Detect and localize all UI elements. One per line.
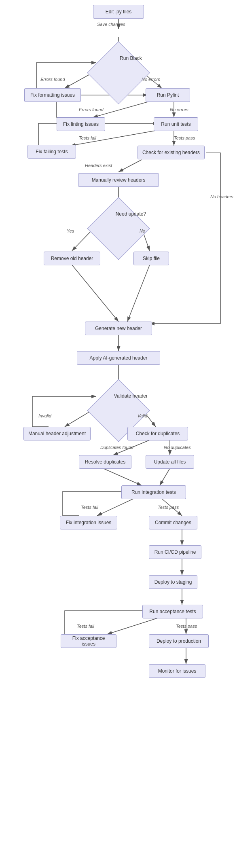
need-update-diamond: Need update? [94, 204, 143, 253]
resolve-duplicates-node: Resolve duplicates [79, 455, 131, 469]
deploy-production-node: Deploy to production [149, 634, 209, 648]
duplicates-found-label: Duplicates found [100, 445, 133, 450]
no-errors-2-label: No errors [170, 107, 188, 112]
fix-formatting-node: Fix formatting issues [24, 88, 81, 102]
update-all-node: Update all files [146, 455, 194, 469]
flowchart: Edit .py files Save changes Run Black Er… [0, 0, 237, 868]
run-integration-node: Run integration tests [121, 485, 186, 499]
valid-label: Valid [138, 413, 147, 418]
save-changes-label: Save changes [97, 22, 125, 27]
remove-old-node: Remove old header [44, 252, 100, 265]
errors-found-1-label: Errors found [40, 77, 65, 82]
svg-line-22 [160, 468, 170, 485]
tests-pass-1-label: Tests pass [174, 135, 195, 140]
check-duplicates-node: Check for duplicates [127, 427, 188, 440]
svg-line-13 [72, 265, 118, 322]
generate-new-node: Generate new header [85, 322, 152, 335]
svg-line-28 [107, 618, 158, 634]
fix-integration-node: Fix integration issues [60, 516, 117, 529]
run-pylint-node: Run Pylint [146, 88, 190, 102]
manually-review-node: Manually review headers [78, 173, 159, 187]
run-acceptance-node: Run acceptance tests [142, 605, 203, 618]
svg-line-23 [97, 499, 133, 516]
tests-fail-1-label: Tests fail [79, 135, 96, 140]
errors-found-2-label: Errors found [79, 107, 104, 112]
svg-line-14 [127, 265, 150, 322]
tests-pass-3-label: Tests pass [176, 624, 197, 629]
commit-changes-node: Commit changes [149, 516, 197, 529]
no-errors-1-label: No errors [142, 77, 160, 82]
tests-fail-3-label: Tests fail [77, 624, 94, 629]
svg-line-21 [103, 468, 142, 485]
tests-fail-2-label: Tests fail [81, 505, 98, 510]
headers-exist-label: Headers exist [85, 163, 112, 168]
run-cicd-node: Run CI/CD pipeline [149, 545, 201, 559]
svg-line-9 [118, 160, 142, 172]
skip-file-node: Skip file [133, 252, 169, 265]
no-duplicates-label: No duplicates [164, 445, 191, 450]
check-headers-node: Check for existing headers [138, 146, 205, 159]
run-black-diamond: Run Black [94, 49, 143, 97]
edit-py-node: Edit .py files [93, 5, 144, 19]
no-headers-label: No headers [210, 194, 233, 199]
monitor-issues-node: Monitor for issues [149, 664, 205, 678]
fix-linting-node: Fix linting issues [57, 117, 105, 131]
deploy-staging-node: Deploy to staging [149, 575, 197, 589]
fix-failing-node: Fix failing tests [28, 145, 76, 159]
invalid-label: Invalid [38, 413, 51, 418]
no-label: No [140, 229, 145, 233]
yes-label: Yes [67, 229, 74, 233]
apply-ai-node: Apply AI-generated header [77, 351, 160, 365]
tests-pass-2-label: Tests pass [158, 505, 179, 510]
fix-acceptance-node: Fix acceptance issues [61, 634, 116, 648]
manual-adjust-node: Manual header adjustment [23, 427, 91, 440]
run-unit-tests-node: Run unit tests [154, 117, 198, 131]
